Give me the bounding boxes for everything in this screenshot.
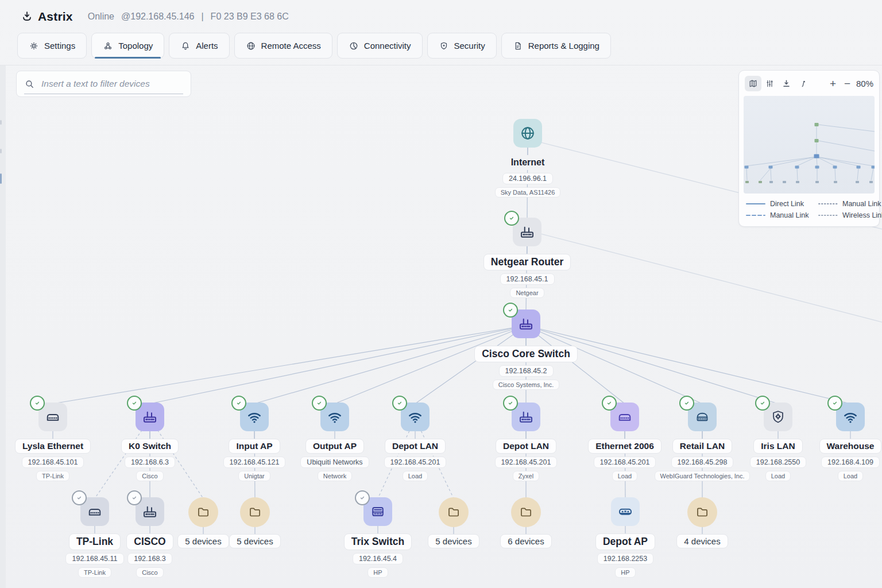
strip-scroll-indicator: [0, 173, 2, 184]
topology-canvas: Internet24.196.96.1Sky Data, AS11426Netg…: [0, 65, 882, 588]
tab-remote-access[interactable]: Remote Access: [234, 33, 332, 59]
device-vendor: Load: [612, 471, 637, 481]
ethernet-icon: [610, 403, 639, 431]
device-ip: 192.168.4.109: [821, 457, 880, 468]
status-check-badge: [503, 396, 518, 411]
folder-device-count: 4 devices: [676, 534, 728, 548]
device-vendor: Load: [403, 471, 428, 481]
device-vendor: Zyxel: [513, 471, 539, 481]
device-ip: 192.168.45.201: [495, 457, 558, 468]
tab-label: Remote Access: [261, 41, 321, 51]
status-check-badge: [679, 396, 694, 411]
strip-tick: [0, 120, 2, 125]
router-icon: [512, 403, 540, 431]
device-ip: 192.168.3: [127, 553, 172, 564]
legend-label: Manual Link: [770, 211, 808, 219]
legend-label: Direct Link: [770, 200, 804, 208]
app-logo-icon: [21, 10, 33, 23]
map-panel: +−80% Direct LinkManual LinkManual LinkW…: [738, 70, 880, 227]
globe-icon: [513, 119, 542, 148]
tab-label: Topology: [118, 41, 153, 51]
device-vendor: HP: [615, 567, 635, 578]
minimap[interactable]: [744, 96, 875, 194]
topology-icon: [103, 41, 113, 51]
device-vendor: Unigtar: [238, 471, 270, 481]
device-ip: 192.168.2253: [597, 553, 653, 564]
hub-icon: [688, 403, 717, 431]
device-ip: 24.196.96.1: [502, 173, 553, 184]
gear-icon: [29, 41, 39, 51]
status-check-badge: [127, 396, 142, 411]
legend-line-sample: [746, 214, 765, 217]
report-icon: [513, 41, 523, 51]
device-node-warehouse[interactable]: Warehouse192.168.4.109Load: [787, 403, 882, 481]
tab-settings[interactable]: Settings: [17, 33, 87, 59]
device-node-netgear-router[interactable]: Netgear Router192.168.45.1Netgear: [464, 218, 590, 298]
tab-security[interactable]: Security: [427, 33, 497, 59]
left-edge-strip: [0, 65, 6, 588]
shield-icon: [439, 41, 449, 51]
device-node-internet[interactable]: Internet24.196.96.1Sky Data, AS11426: [465, 119, 591, 198]
status-check-badge: [503, 303, 518, 318]
wifi-icon: [401, 403, 430, 431]
device-vendor: Cisco: [136, 567, 164, 578]
search-input[interactable]: [40, 78, 183, 90]
router-icon: [512, 310, 540, 338]
legend-item: Direct Link: [746, 200, 816, 208]
status-check-badge: [72, 490, 87, 505]
device-mac: F0 23 B9 E3 68 6C: [211, 11, 289, 22]
tab-topology[interactable]: Topology: [91, 33, 164, 59]
map-toolbar: +−80%: [744, 76, 875, 91]
device-name: Lysla Ethernet: [15, 439, 91, 454]
folder-node-folder-input[interactable]: 5 devices: [192, 497, 318, 548]
router-icon: [513, 218, 541, 246]
legend-item: Manual Link: [818, 200, 882, 208]
legend-label: Wireless Link: [842, 211, 882, 219]
tab-alerts[interactable]: Alerts: [169, 33, 229, 59]
device-vendor: Netgear: [510, 288, 544, 298]
zoom-in-button[interactable]: +: [826, 78, 840, 90]
status-check-badge: [602, 396, 617, 411]
connectivity-icon: [349, 41, 359, 51]
tab-connectivity[interactable]: Connectivity: [337, 33, 423, 59]
device-node-depot-lan-1[interactable]: Depot LAN192.168.45.201Load: [352, 403, 478, 481]
device-name: Netgear Router: [483, 254, 571, 270]
status-check-badge: [355, 490, 370, 505]
device-ip: 192.168.45.1: [500, 273, 555, 285]
device-node-cisco-core-switch[interactable]: Cisco Core Switch192.168.45.2Cisco Syste…: [463, 310, 589, 390]
switch-icon: [363, 497, 392, 526]
device-name: K0 Switch: [121, 439, 179, 454]
minimap-graph: [744, 96, 875, 194]
device-name: Depot LAN: [385, 439, 446, 454]
status-check-badge: [392, 396, 407, 411]
legend-item: Wireless Link: [818, 211, 882, 219]
legend-line-sample: [746, 202, 765, 206]
tab-label: Alerts: [196, 41, 218, 51]
device-ip: 192.168.45.201: [384, 457, 447, 468]
folder-node-folder-retail[interactable]: 4 devices: [639, 497, 765, 548]
link-legend: Direct LinkManual LinkManual LinkWireles…: [744, 200, 875, 219]
zoom-level: 80%: [856, 79, 873, 88]
device-filter: [16, 71, 191, 97]
folder-icon: [511, 497, 541, 527]
map-icon[interactable]: [745, 76, 761, 91]
download-icon[interactable]: [778, 76, 795, 91]
globe-icon: [246, 41, 256, 51]
device-ip: 192.168.6.3: [125, 457, 175, 468]
status-check-badge: [231, 396, 246, 411]
ap-icon: [611, 497, 640, 526]
legend-item: Manual Link: [746, 211, 816, 219]
wifi-icon: [836, 403, 865, 431]
tab-label: Reports & Logging: [528, 41, 599, 51]
folder-icon: [240, 497, 270, 527]
bell-icon: [180, 41, 191, 51]
tab-reports-logging[interactable]: Reports & Logging: [501, 33, 611, 59]
ethernet-icon: [38, 403, 67, 431]
device-vendor: HP: [368, 567, 388, 578]
route-icon[interactable]: [795, 76, 811, 91]
sliders-icon[interactable]: [761, 76, 778, 91]
device-name: Depot LAN: [496, 439, 556, 454]
device-vendor: Network: [318, 471, 352, 481]
device-name: Cisco Core Switch: [474, 346, 578, 362]
zoom-out-button[interactable]: −: [840, 78, 854, 90]
